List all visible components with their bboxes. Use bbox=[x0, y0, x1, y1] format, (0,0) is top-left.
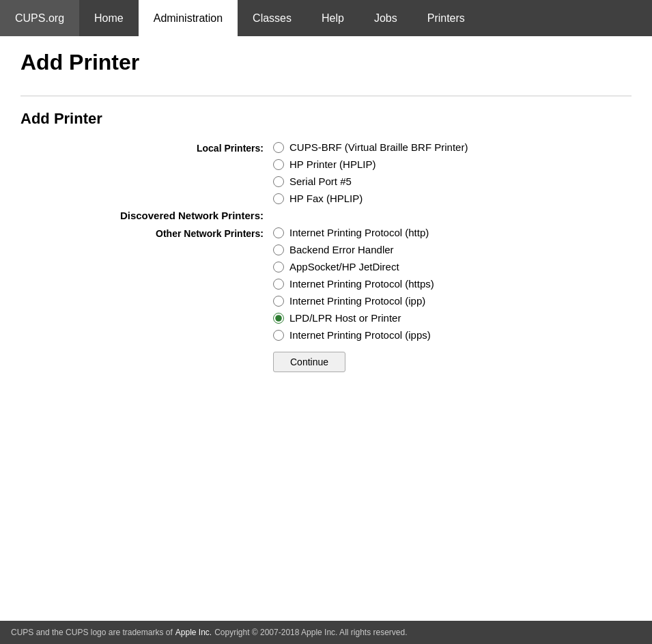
footer-text-before: CUPS and the CUPS logo are trademarks of bbox=[11, 628, 173, 637]
radio-label-serial5: Serial Port #5 bbox=[289, 176, 352, 187]
nav-cups-org[interactable]: CUPS.org bbox=[0, 0, 79, 36]
other-network-row: Other Network Printers: Internet Printin… bbox=[20, 227, 632, 341]
page-title: Add Printer bbox=[20, 50, 632, 75]
continue-row: Continue bbox=[20, 352, 632, 372]
local-printers-group: CUPS-BRF (Virtual Braille BRF Printer) H… bbox=[273, 141, 468, 204]
footer-apple-link[interactable]: Apple Inc. bbox=[175, 628, 212, 637]
radio-hp-hplip[interactable] bbox=[273, 159, 284, 170]
radio-ipp-ipps[interactable] bbox=[273, 330, 284, 341]
radio-label-appsocket: AppSocket/HP JetDirect bbox=[289, 261, 399, 272]
other-network-group: Internet Printing Protocol (http) Backen… bbox=[273, 227, 434, 341]
nav-help[interactable]: Help bbox=[307, 0, 359, 36]
add-printer-section: Add Printer Local Printers: CUPS-BRF (Vi… bbox=[20, 96, 632, 372]
discovered-network-label: Discovered Network Printers: bbox=[20, 210, 273, 221]
page-content: Add Printer Add Printer Local Printers: … bbox=[0, 36, 652, 386]
radio-item-ipp-ipp[interactable]: Internet Printing Protocol (ipp) bbox=[273, 295, 434, 307]
radio-item-hp-fax[interactable]: HP Fax (HPLIP) bbox=[273, 193, 468, 204]
local-printers-label: Local Printers: bbox=[20, 141, 273, 154]
radio-lpd-lpr[interactable] bbox=[273, 313, 284, 324]
main-nav: CUPS.org Home Administration Classes Hel… bbox=[0, 0, 652, 36]
radio-item-appsocket[interactable]: AppSocket/HP JetDirect bbox=[273, 261, 434, 272]
continue-button[interactable]: Continue bbox=[273, 352, 345, 372]
local-printers-row: Local Printers: CUPS-BRF (Virtual Braill… bbox=[20, 141, 632, 204]
radio-item-cups-brf[interactable]: CUPS-BRF (Virtual Braille BRF Printer) bbox=[273, 141, 468, 153]
radio-backend-error[interactable] bbox=[273, 244, 284, 255]
radio-label-ipp-http: Internet Printing Protocol (http) bbox=[289, 227, 429, 238]
radio-item-hp-hplip[interactable]: HP Printer (HPLIP) bbox=[273, 158, 468, 170]
other-network-label: Other Network Printers: bbox=[20, 227, 273, 239]
radio-label-cups-brf: CUPS-BRF (Virtual Braille BRF Printer) bbox=[289, 141, 468, 153]
radio-serial5[interactable] bbox=[273, 176, 284, 187]
radio-item-ipp-ipps[interactable]: Internet Printing Protocol (ipps) bbox=[273, 329, 434, 341]
footer: CUPS and the CUPS logo are trademarks of… bbox=[0, 621, 652, 644]
radio-ipp-http[interactable] bbox=[273, 227, 284, 238]
nav-jobs[interactable]: Jobs bbox=[359, 0, 412, 36]
radio-hp-fax[interactable] bbox=[273, 193, 284, 204]
radio-label-hp-fax: HP Fax (HPLIP) bbox=[289, 193, 363, 204]
radio-item-serial5[interactable]: Serial Port #5 bbox=[273, 176, 468, 187]
discovered-network-row: Discovered Network Printers: bbox=[20, 210, 632, 221]
radio-cups-brf[interactable] bbox=[273, 142, 284, 153]
nav-classes[interactable]: Classes bbox=[238, 0, 307, 36]
nav-home[interactable]: Home bbox=[79, 0, 139, 36]
radio-label-lpd-lpr: LPD/LPR Host or Printer bbox=[289, 312, 401, 324]
radio-ipp-https[interactable] bbox=[273, 279, 284, 290]
radio-label-ipp-ipps: Internet Printing Protocol (ipps) bbox=[289, 329, 431, 341]
radio-item-ipp-https[interactable]: Internet Printing Protocol (https) bbox=[273, 278, 434, 290]
radio-label-backend-error: Backend Error Handler bbox=[289, 244, 394, 255]
nav-administration[interactable]: Administration bbox=[139, 0, 238, 36]
radio-label-ipp-ipp: Internet Printing Protocol (ipp) bbox=[289, 295, 425, 307]
radio-item-backend-error[interactable]: Backend Error Handler bbox=[273, 244, 434, 255]
radio-item-ipp-http[interactable]: Internet Printing Protocol (http) bbox=[273, 227, 434, 238]
radio-item-lpd-lpr[interactable]: LPD/LPR Host or Printer bbox=[273, 312, 434, 324]
footer-text-after: Copyright © 2007-2018 Apple Inc. All rig… bbox=[214, 628, 407, 637]
radio-appsocket[interactable] bbox=[273, 262, 284, 272]
continue-spacer bbox=[20, 352, 273, 372]
section-title: Add Printer bbox=[20, 110, 632, 128]
radio-label-hp-hplip: HP Printer (HPLIP) bbox=[289, 158, 375, 170]
radio-label-ipp-https: Internet Printing Protocol (https) bbox=[289, 278, 434, 290]
radio-ipp-ipp[interactable] bbox=[273, 296, 284, 307]
nav-printers[interactable]: Printers bbox=[412, 0, 480, 36]
